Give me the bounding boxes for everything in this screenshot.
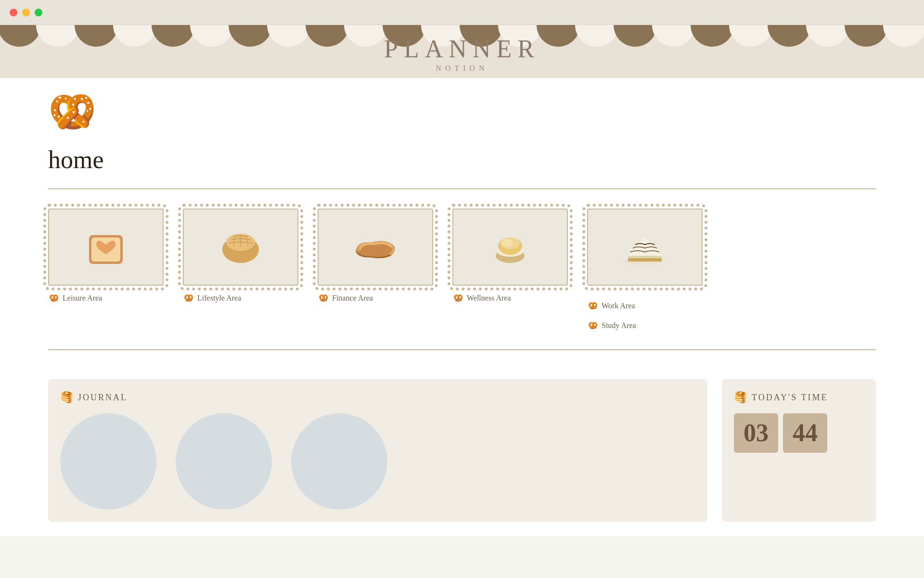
leisure-label: Leisure Area [63, 294, 102, 302]
minimize-button[interactable] [22, 9, 30, 16]
wellness-card-wrapper: 🥨 Wellness Area [452, 209, 568, 330]
awning-header: PLANNER NOTION [0, 25, 924, 78]
time-hour-box: 03 [734, 413, 778, 453]
wellness-food-image [484, 227, 537, 268]
lifestyle-card[interactable] [183, 209, 298, 286]
lifestyle-food-image [214, 227, 267, 268]
traffic-lights [10, 9, 42, 16]
wellness-card[interactable] [452, 209, 568, 286]
lifestyle-label: Lifestyle Area [197, 294, 241, 302]
finance-card-wrapper: 🥨 Finance Area [318, 209, 433, 330]
work-label: Work Area [602, 302, 635, 310]
journal-circles [60, 413, 695, 510]
time-numbers: 03 44 [734, 413, 864, 453]
finance-icon: 🥨 [319, 293, 328, 302]
study-label-row: 🥨 Study Area [587, 321, 636, 330]
close-button[interactable] [10, 9, 17, 16]
finance-food-image [349, 227, 402, 268]
bottom-divider [48, 349, 876, 350]
journal-title: JOURNAL [78, 393, 128, 403]
journal-icon: 🥞 [60, 391, 73, 404]
study-icon: 🥨 [588, 321, 598, 330]
svg-rect-36 [628, 258, 662, 262]
main-content: 🥨 home 🥨 Leisure Area [0, 78, 924, 536]
finance-label-row: 🥨 Finance Area [318, 293, 373, 302]
lifestyle-icon: 🥨 [184, 293, 193, 302]
lifestyle-card-wrapper: 🥨 Lifestyle Area [183, 209, 298, 330]
leisure-icon: 🥨 [49, 293, 59, 302]
finance-card[interactable] [318, 209, 433, 286]
header-content: PLANNER NOTION [0, 25, 924, 73]
finance-label: Finance Area [332, 294, 373, 302]
maximize-button[interactable] [35, 9, 42, 16]
journal-circle-2 [176, 413, 272, 510]
journal-circle-3 [291, 413, 387, 510]
work-card-wrapper: 🥨 Work Area 🥨 Study Area [587, 209, 703, 330]
app-subtitle: NOTION [436, 64, 488, 73]
time-minute: 44 [793, 420, 818, 446]
leisure-label-row: 🥨 Leisure Area [48, 293, 102, 302]
leisure-food-image [79, 227, 132, 268]
time-section: 🥞 TODAY'S TIME 03 44 [722, 379, 876, 522]
app-title: PLANNER [384, 35, 540, 63]
work-card[interactable] [587, 209, 703, 286]
journal-section: 🥞 JOURNAL [48, 379, 707, 522]
top-divider [48, 188, 876, 189]
time-header: 🥞 TODAY'S TIME [734, 391, 864, 404]
time-title: TODAY'S TIME [752, 393, 828, 403]
work-food-image [618, 227, 671, 268]
cards-grid: 🥨 Leisure Area [48, 209, 876, 330]
work-label-row: 🥨 Work Area [587, 301, 636, 310]
work-icon: 🥨 [588, 301, 598, 310]
time-icon: 🥞 [734, 391, 747, 404]
page-title: home [48, 141, 876, 184]
bottom-sections: 🥞 JOURNAL 🥞 TODAY'S TIME 03 44 [48, 365, 876, 536]
svg-point-33 [500, 237, 520, 249]
journal-circle-1 [60, 413, 156, 510]
study-label: Study Area [602, 321, 636, 330]
time-minute-box: 44 [783, 413, 827, 453]
wellness-label-row: 🥨 Wellness Area [452, 293, 511, 302]
journal-header: 🥞 JOURNAL [60, 391, 695, 404]
pretzel-icon-area: 🥨 [48, 78, 876, 141]
lifestyle-label-row: 🥨 Lifestyle Area [183, 293, 241, 302]
time-hour: 03 [744, 420, 769, 446]
wellness-label: Wellness Area [467, 294, 511, 302]
leisure-card-wrapper: 🥨 Leisure Area [48, 209, 164, 330]
work-labels: 🥨 Work Area 🥨 Study Area [587, 293, 636, 330]
window-chrome [0, 0, 924, 25]
leisure-card[interactable] [48, 209, 164, 286]
wellness-icon: 🥨 [453, 293, 463, 302]
pretzel-icon: 🥨 [48, 91, 96, 133]
